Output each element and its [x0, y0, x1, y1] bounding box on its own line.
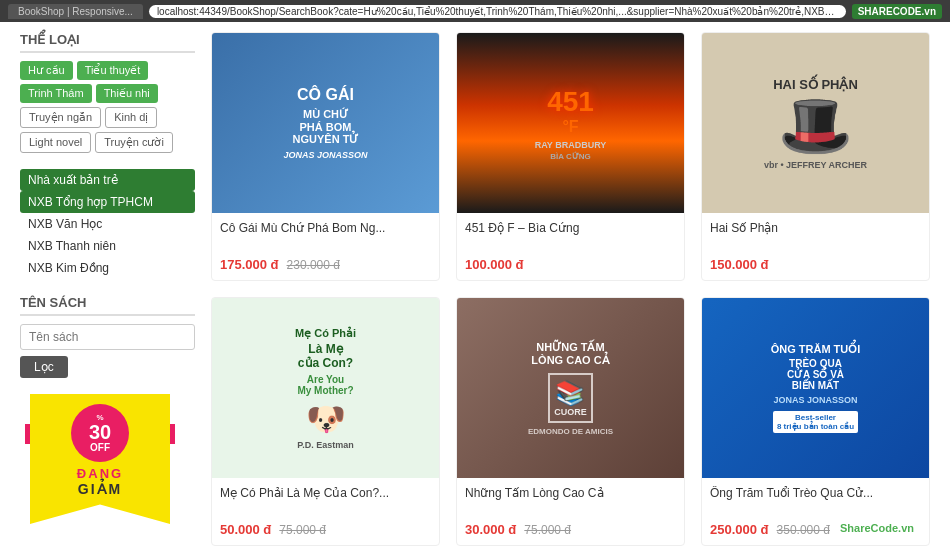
sidebar-section-nxb: Nhà xuất bản trẻ NXB Tổng hợp TPHCM NXB … — [20, 169, 195, 279]
publisher-nxbthanhnien[interactable]: NXB Thanh niên — [20, 235, 195, 257]
price-original-5: 75.000 đ — [524, 523, 571, 537]
price-sale-5: 30.000 đ — [465, 522, 516, 537]
sale-ribbon-top: % 30 OFF ĐANG GIẢM — [20, 394, 180, 444]
sidebar: THỂ LOẠI Hư cầu Tiểu thuyết Trinh Thám T… — [20, 32, 195, 551]
price-sale-1: 175.000 đ — [220, 257, 279, 272]
product-card-2[interactable]: 451 °F RAY BRADBURY BÌA CỨNG 451 Độ F – … — [456, 32, 685, 281]
product-area: CÔ GÁI MÙ CHỨPHÁ BOMNGUYÊN TỬ JONAS JONA… — [211, 32, 930, 551]
sale-banner-wrapper: % 30 OFF ĐANG GIẢM SALE OFF — [20, 394, 180, 444]
sale-text-block: ĐANG GIẢM — [77, 466, 123, 497]
address-bar[interactable]: localhost:44349/BookShop/SearchBook?cate… — [149, 5, 846, 18]
sale-yellow-body: % 30 OFF ĐANG GIẢM — [30, 394, 170, 524]
sidebar-section-theloai: THỂ LOẠI Hư cầu Tiểu thuyết Trinh Thám T… — [20, 32, 195, 153]
price-sale-4: 50.000 đ — [220, 522, 271, 537]
product-grid: CÔ GÁI MÙ CHỨPHÁ BOMNGUYÊN TỬ JONAS JONA… — [211, 32, 930, 546]
book-cover-art-4: Mẹ Có Phải Là Mẹcủa Con? Are YouMy Mothe… — [212, 298, 439, 478]
product-card-6[interactable]: ÔNG TRĂM TUỔI TRÈO QUACỬA SỔ VÀBIẾN MẤT … — [701, 297, 930, 546]
sale-off-label: OFF — [90, 442, 110, 453]
filter-tags-genre: Hư cầu Tiểu thuyết Trinh Thám Thiếu nhi … — [20, 61, 195, 153]
product-name-6: Ông Trăm Tuổi Trèo Qua Cử... — [710, 486, 921, 518]
price-row-2: 100.000 đ — [465, 257, 676, 272]
product-grid-wrap: CÔ GÁI MÙ CHỨPHÁ BOMNGUYÊN TỬ JONAS JONA… — [211, 32, 930, 546]
main-content: THỂ LOẠI Hư cầu Tiểu thuyết Trinh Thám T… — [0, 22, 950, 551]
product-info-1: Cô Gái Mù Chứ Phá Bom Ng... 175.000 đ 23… — [212, 213, 439, 280]
tag-lightnovel[interactable]: Light novel — [20, 132, 91, 153]
product-img-1: CÔ GÁI MÙ CHỨPHÁ BOMNGUYÊN TỬ JONAS JONA… — [212, 33, 439, 213]
price-sale-3: 150.000 đ — [710, 257, 769, 272]
price-row-4: 50.000 đ 75.000 đ — [220, 522, 431, 537]
product-img-5: NHỮNG TẤMLÒNG CAO CẢ 📚 CUORE EDMONDO DE … — [457, 298, 684, 478]
page-wrapper: THỂ LOẠI Hư cầu Tiểu thuyết Trinh Thám T… — [0, 22, 950, 551]
product-img-3: HAI SỐ PHẬN 🎩 vbr • JEFFREY ARCHER — [702, 33, 929, 213]
tag-truyenngan[interactable]: Truyện ngắn — [20, 107, 101, 128]
tag-trinhtham[interactable]: Trinh Thám — [20, 84, 92, 103]
book-cover-art-3: HAI SỐ PHẬN 🎩 vbr • JEFFREY ARCHER — [702, 33, 929, 213]
product-name-1: Cô Gái Mù Chứ Phá Bom Ng... — [220, 221, 431, 253]
sale-dang-label: ĐANG — [77, 466, 123, 481]
product-info-4: Mẹ Có Phải Là Mẹ Của Con?... 50.000 đ 75… — [212, 478, 439, 545]
product-name-2: 451 Độ F – Bìa Cứng — [465, 221, 676, 253]
publisher-nxbvanhoc[interactable]: NXB Văn Học — [20, 213, 195, 235]
price-row-5: 30.000 đ 75.000 đ — [465, 522, 676, 537]
sale-percent: 30 — [89, 422, 111, 442]
product-info-6: Ông Trăm Tuổi Trèo Qua Cử... 250.000 đ 3… — [702, 478, 929, 545]
price-sale-6: 250.000 đ — [710, 522, 769, 537]
tag-tieuthuyet[interactable]: Tiểu thuyết — [77, 61, 149, 80]
sale-circle: % 30 OFF — [71, 404, 129, 462]
publisher-nxbtre[interactable]: Nhà xuất bản trẻ — [20, 169, 195, 191]
book-cover-art-1: CÔ GÁI MÙ CHỨPHÁ BOMNGUYÊN TỬ JONAS JONA… — [212, 33, 439, 213]
browser-tab[interactable]: BookShop | Responsive... — [8, 4, 143, 19]
product-info-2: 451 Độ F – Bìa Cứng 100.000 đ — [457, 213, 684, 280]
book-cover-art-2: 451 °F RAY BRADBURY BÌA CỨNG — [457, 33, 684, 213]
product-name-3: Hai Số Phận — [710, 221, 921, 253]
tag-thieunhi[interactable]: Thiếu nhi — [96, 84, 158, 103]
product-info-3: Hai Số Phận 150.000 đ — [702, 213, 929, 280]
publisher-nxbkimdong[interactable]: NXB Kim Đồng — [20, 257, 195, 279]
product-img-2: 451 °F RAY BRADBURY BÌA CỨNG — [457, 33, 684, 213]
sharecode-logo-badge: SHARECODE.vn — [852, 4, 942, 19]
tag-truyencuoi[interactable]: Truyện cười — [95, 132, 173, 153]
product-card-3[interactable]: HAI SỐ PHẬN 🎩 vbr • JEFFREY ARCHER Hai S… — [701, 32, 930, 281]
price-original-4: 75.000 đ — [279, 523, 326, 537]
publisher-nxbtonghop[interactable]: NXB Tổng hợp TPHCM — [20, 191, 195, 213]
product-name-5: Những Tấm Lòng Cao Cả — [465, 486, 676, 518]
price-row-1: 175.000 đ 230.000 đ — [220, 257, 431, 272]
tag-kinhdi[interactable]: Kinh dị — [105, 107, 157, 128]
book-cover-art-6: ÔNG TRĂM TUỔI TRÈO QUACỬA SỔ VÀBIẾN MẤT … — [702, 298, 929, 478]
product-card-5[interactable]: NHỮNG TẤMLÒNG CAO CẢ 📚 CUORE EDMONDO DE … — [456, 297, 685, 546]
browser-bar: BookShop | Responsive... localhost:44349… — [0, 0, 950, 22]
tensach-title: TÊN SÁCH — [20, 295, 195, 316]
price-original-1: 230.000 đ — [287, 258, 340, 272]
product-card-1[interactable]: CÔ GÁI MÙ CHỨPHÁ BOMNGUYÊN TỬ JONAS JONA… — [211, 32, 440, 281]
product-name-4: Mẹ Có Phải Là Mẹ Của Con?... — [220, 486, 431, 518]
book-cover-art-5: NHỮNG TẤMLÒNG CAO CẢ 📚 CUORE EDMONDO DE … — [457, 298, 684, 478]
filter-button[interactable]: Lọc — [20, 356, 68, 378]
search-input[interactable] — [20, 324, 195, 350]
price-sale-2: 100.000 đ — [465, 257, 524, 272]
product-img-4: Mẹ Có Phải Là Mẹcủa Con? Are YouMy Mothe… — [212, 298, 439, 478]
price-row-3: 150.000 đ — [710, 257, 921, 272]
product-info-5: Những Tấm Lòng Cao Cả 30.000 đ 75.000 đ — [457, 478, 684, 545]
sidebar-section-tensach: TÊN SÁCH Lọc — [20, 295, 195, 378]
price-row-6: 250.000 đ 350.000 đ — [710, 522, 921, 537]
price-original-6: 350.000 đ — [777, 523, 830, 537]
product-img-6: ÔNG TRĂM TUỔI TRÈO QUACỬA SỔ VÀBIẾN MẤT … — [702, 298, 929, 478]
product-card-4[interactable]: Mẹ Có Phải Là Mẹcủa Con? Are YouMy Mothe… — [211, 297, 440, 546]
tag-hucau[interactable]: Hư cầu — [20, 61, 73, 80]
theloai-title: THỂ LOẠI — [20, 32, 195, 53]
sale-giam-label: GIẢM — [78, 481, 122, 497]
